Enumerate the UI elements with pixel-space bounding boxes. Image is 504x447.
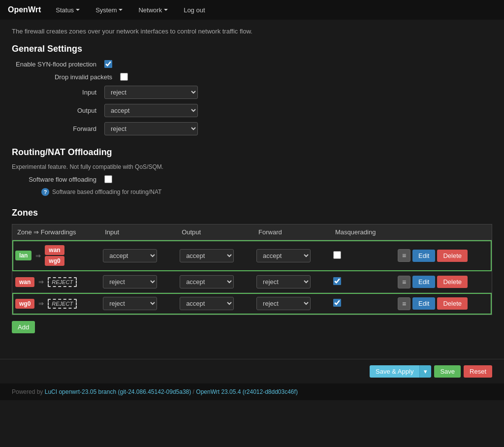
wg0-forward-badge: wg0 [45, 256, 64, 266]
col-output: Output [177, 224, 253, 240]
nav-logout[interactable]: Log out [178, 0, 211, 20]
lan-delete-button[interactable]: Delete [437, 250, 468, 262]
wg0-edit-button[interactable]: Edit [412, 297, 435, 310]
zones-table: Zone ⇒ Forwardings Input Output Forward … [12, 224, 492, 315]
wan-forward-cell: reject accept drop [253, 271, 330, 293]
lan-masquerade-cell [330, 240, 395, 271]
output-select[interactable]: reject accept drop [104, 104, 198, 117]
lan-forward-cell: accept reject drop [253, 240, 330, 271]
page-description: The firewall creates zones over your net… [12, 28, 492, 35]
wg0-forward-select[interactable]: reject accept drop [256, 297, 311, 310]
zones-table-wrapper: Zone ⇒ Forwardings Input Output Forward … [12, 224, 492, 315]
forward-select[interactable]: reject accept drop [104, 122, 198, 135]
network-caret-icon [164, 9, 168, 11]
luci-link[interactable]: LuCI openwrt-23.05 branch (git-24.086.45… [45, 388, 191, 395]
wan-edit-button[interactable]: Edit [412, 276, 435, 288]
col-masquerading: Masquerading [330, 224, 395, 240]
reset-button[interactable]: Reset [464, 365, 492, 378]
drop-invalid-row: Drop invalid packets [12, 73, 492, 81]
col-input: Input [100, 224, 177, 240]
save-apply-button[interactable]: Save & Apply [370, 365, 419, 378]
save-apply-group: Save & Apply ▾ [370, 365, 431, 378]
lan-actions-cell: ≡ Edit Delete [395, 240, 492, 271]
save-apply-dropdown-button[interactable]: ▾ [419, 365, 431, 378]
zones-title: Zones [12, 208, 492, 218]
lan-input-select[interactable]: accept reject drop [103, 249, 157, 262]
wan-reject-badge: REJECT [48, 277, 77, 287]
wan-actions-cell: ≡ Edit Delete [395, 271, 492, 293]
drop-invalid-checkbox[interactable] [120, 73, 128, 81]
arrow-icon: ⇒ [35, 252, 41, 259]
wg0-masquerade-checkbox[interactable] [333, 299, 341, 307]
wg0-action-buttons: ≡ Edit Delete [398, 297, 489, 310]
general-settings-section: General Settings Enable SYN-flood protec… [12, 44, 492, 135]
table-row: wg0 ⇒ REJECT reject accept drop [12, 293, 492, 315]
wan-output-select[interactable]: accept reject drop [180, 275, 234, 288]
routing-nat-subtitle: Experimental feature. Not fully compatib… [12, 163, 492, 170]
lan-zone-badge: lan [15, 251, 32, 260]
wg0-zone-badge: wg0 [15, 299, 34, 309]
wg0-input-cell: reject accept drop [100, 293, 177, 315]
software-offload-checkbox[interactable] [104, 175, 112, 183]
wan-forward-select[interactable]: reject accept drop [256, 275, 311, 288]
wan-delete-button[interactable]: Delete [437, 276, 468, 288]
wan-input-select[interactable]: reject accept drop [103, 275, 157, 288]
forward-label: Forward [16, 125, 104, 132]
syn-flood-checkbox[interactable] [104, 60, 112, 68]
add-zone-button[interactable]: Add [12, 321, 35, 333]
wg0-zone-cell: wg0 ⇒ REJECT [12, 293, 100, 315]
save-button[interactable]: Save [434, 365, 461, 378]
wan-masquerade-cell [330, 271, 395, 293]
lan-output-select[interactable]: accept reject drop [180, 249, 234, 262]
table-row: lan ⇒ wan wg0 accept rejec [12, 240, 492, 271]
wg0-forward-cell: reject accept drop [253, 293, 330, 315]
software-offload-label: Software flow offloading [16, 176, 104, 183]
wan-zone-badge: wan [15, 277, 34, 287]
footer-bar: Save & Apply ▾ Save Reset [0, 359, 504, 383]
wan-input-cell: reject accept drop [100, 271, 177, 293]
wan-menu-button[interactable]: ≡ [398, 276, 410, 288]
output-label: Output [16, 107, 104, 114]
wg0-reject-badge: REJECT [48, 299, 77, 309]
lan-forwarding-list: wan wg0 [45, 245, 64, 266]
lan-action-buttons: ≡ Edit Delete [398, 249, 489, 262]
nav-status[interactable]: Status [50, 0, 86, 20]
col-actions [395, 224, 492, 240]
wan-zone-cell: wan ⇒ REJECT [12, 271, 100, 293]
input-select[interactable]: reject accept drop [104, 86, 198, 99]
status-caret-icon [76, 9, 80, 11]
page-footer: Powered by LuCI openwrt-23.05 branch (gi… [0, 383, 504, 400]
wg0-masquerade-cell [330, 293, 395, 315]
wan-forward-badge: wan [45, 245, 64, 255]
software-offload-row: Software flow offloading [12, 175, 492, 183]
wan-action-buttons: ≡ Edit Delete [398, 276, 489, 288]
lan-edit-button[interactable]: Edit [412, 250, 435, 262]
table-row: wan ⇒ REJECT reject accept drop [12, 271, 492, 293]
lan-forward-select[interactable]: accept reject drop [256, 249, 311, 262]
wg0-actions-cell: ≡ Edit Delete [395, 293, 492, 315]
lan-menu-button[interactable]: ≡ [398, 249, 410, 262]
nav-system[interactable]: System [90, 0, 128, 20]
zones-table-body: lan ⇒ wan wg0 accept rejec [12, 240, 492, 315]
arrow-icon: ⇒ [38, 300, 44, 307]
routing-nat-title: Routing/NAT Offloading [12, 147, 492, 158]
wan-masquerade-checkbox[interactable] [333, 277, 341, 285]
syn-flood-label: Enable SYN-flood protection [16, 61, 104, 68]
general-settings-title: General Settings [12, 44, 492, 54]
zones-section: Zones Zone ⇒ Forwardings Input Output Fo… [12, 208, 492, 335]
nav-network[interactable]: Network [132, 0, 174, 20]
wg0-input-select[interactable]: reject accept drop [103, 297, 157, 310]
output-row: Output reject accept drop [12, 104, 492, 117]
wg0-delete-button[interactable]: Delete [437, 297, 468, 310]
syn-flood-row: Enable SYN-flood protection [12, 60, 492, 68]
navbar: OpenWrt Status System Network Log out [0, 0, 504, 20]
wg0-menu-button[interactable]: ≡ [398, 297, 410, 310]
openwrt-link[interactable]: OpenWrt 23.05.4 (r24012-d8dd03c46f) [196, 388, 298, 395]
wg0-output-select[interactable]: accept reject drop [180, 297, 234, 310]
drop-invalid-label: Drop invalid packets [41, 73, 120, 81]
lan-input-cell: accept reject drop [100, 240, 177, 271]
main-content: The firewall creates zones over your net… [0, 20, 504, 359]
wg0-output-cell: accept reject drop [177, 293, 253, 315]
lan-zone-cell: lan ⇒ wan wg0 [12, 240, 100, 271]
lan-masquerade-checkbox[interactable] [333, 251, 341, 259]
